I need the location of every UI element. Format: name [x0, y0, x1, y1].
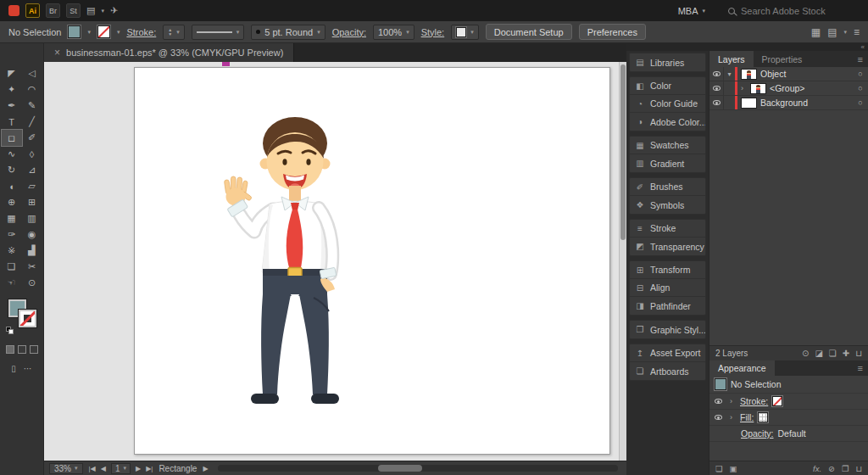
panel-menu-icon[interactable]: ≡	[853, 51, 868, 67]
first-artboard-button[interactable]: |◀	[89, 465, 96, 472]
add-new-fill-icon[interactable]: ▣	[730, 464, 737, 473]
gpu-performance-icon[interactable]: ✈	[110, 5, 118, 16]
magic-wand-tool[interactable]: ✦	[2, 81, 22, 98]
panel-button-swatches[interactable]: ▦ Swatches	[630, 137, 705, 154]
duplicate-item-icon[interactable]: ❐	[842, 464, 849, 473]
arrange-documents-icon[interactable]: ▦	[811, 26, 821, 38]
shaper-tool[interactable]: ∿	[2, 146, 22, 162]
stock-button[interactable]: St	[66, 3, 81, 18]
vertical-scrollbar-thumb[interactable]	[620, 64, 626, 240]
chevron-down-icon[interactable]: ▾	[87, 29, 91, 36]
stroke-link[interactable]: Stroke:	[740, 396, 768, 406]
screen-mode-button[interactable]: ▯	[11, 364, 16, 373]
zoom-level-select[interactable]: 33% ▾	[49, 463, 83, 474]
artboard-tool[interactable]: ❏	[2, 259, 22, 275]
stroke-swatch[interactable]	[19, 310, 36, 327]
width-tool[interactable]: ◖	[2, 178, 22, 194]
layout-icon[interactable]: ▤	[86, 5, 95, 16]
panel-button-artboards[interactable]: ❏ Artboards	[630, 362, 705, 380]
preferences-button[interactable]: Preferences	[579, 24, 646, 40]
rectangle-tool[interactable]: □	[2, 130, 22, 146]
appearance-opacity-row[interactable]: Opacity: Default	[709, 426, 868, 442]
group-disclosure[interactable]: ›	[737, 84, 747, 92]
chevron-down-icon[interactable]: ▾	[176, 29, 180, 36]
curvature-tool[interactable]: ✎	[22, 98, 42, 114]
stroke-color-swatch[interactable]	[97, 25, 110, 38]
pen-tool[interactable]: ✒	[2, 98, 22, 114]
panel-button-pathfinder[interactable]: ◨ Pathfinder	[630, 297, 705, 315]
lasso-tool[interactable]: ◠	[22, 81, 42, 98]
appearance-stroke-row[interactable]: › Stroke:	[709, 394, 868, 410]
edit-toolbar-button[interactable]: ⋯	[24, 364, 32, 373]
horizontal-scrollbar-thumb[interactable]	[378, 465, 422, 472]
tab-layers[interactable]: Layers	[709, 51, 754, 67]
row-disclosure[interactable]: ›	[726, 413, 736, 422]
visibility-toggle[interactable]	[709, 81, 724, 95]
add-effect-icon[interactable]: fx.	[813, 464, 821, 473]
layer-thumbnail[interactable]	[741, 98, 757, 109]
stroke-panel-link[interactable]: Stroke:	[126, 27, 156, 37]
stepper-down-icon[interactable]: ▼	[168, 32, 172, 36]
search-input[interactable]	[741, 6, 841, 16]
zoom-tool[interactable]: ⊙	[22, 275, 42, 291]
panel-button-stroke[interactable]: ≡ Stroke	[630, 220, 705, 238]
free-transform-tool[interactable]: ▱	[22, 178, 42, 194]
width-profile-select[interactable]: ▾	[192, 25, 245, 40]
layer-row-group[interactable]: › <Group> ○	[709, 81, 868, 96]
locate-object-icon[interactable]: ⊙	[802, 349, 809, 358]
collapse-dock-icon[interactable]: «	[861, 44, 865, 51]
style-panel-link[interactable]: Style:	[421, 27, 445, 37]
previous-artboard-button[interactable]: ◀	[101, 465, 106, 472]
scale-tool[interactable]: ⊿	[22, 162, 42, 178]
layer-disclosure[interactable]: ▾	[724, 70, 735, 78]
layer-name[interactable]: <Group>	[770, 83, 853, 93]
brush-definition-select[interactable]: 5 pt. Round ▾	[251, 25, 325, 40]
layer-thumbnail[interactable]	[750, 83, 766, 94]
make-clipping-mask-icon[interactable]: ◪	[815, 349, 822, 358]
next-artboard-button[interactable]: ▶	[136, 465, 141, 472]
panel-button-transform[interactable]: ⊞ Transform	[630, 261, 705, 279]
new-layer-icon[interactable]: ✚	[843, 349, 849, 358]
last-artboard-button[interactable]: ▶|	[146, 465, 153, 472]
fill-swatch[interactable]	[758, 412, 768, 422]
draw-normal-button[interactable]	[6, 345, 14, 354]
adobe-app-icon[interactable]	[8, 5, 19, 16]
control-panel-menu-icon[interactable]: ≡	[854, 26, 860, 38]
delete-item-icon[interactable]: ⊔	[856, 464, 862, 473]
panel-button-align[interactable]: ⊟ Align	[630, 279, 705, 297]
layer-row-background[interactable]: Background ○	[709, 96, 868, 110]
panel-button-libraries[interactable]: ▤ Libraries	[630, 53, 705, 71]
tab-appearance[interactable]: Appearance	[709, 360, 775, 376]
canvas[interactable]	[44, 62, 626, 461]
panel-button-graphic-styles[interactable]: ❐ Graphic Styl...	[630, 321, 705, 338]
eye-icon[interactable]	[715, 399, 722, 404]
rotate-tool[interactable]: ↻	[2, 162, 22, 178]
panel-button-symbols[interactable]: ❖ Symbols	[630, 196, 705, 214]
visibility-toggle[interactable]	[709, 96, 724, 109]
artboard-number-select[interactable]: 1 ▾	[111, 463, 131, 474]
panel-button-color[interactable]: ◧ Color	[630, 77, 705, 95]
paintbrush-tool[interactable]: ✐	[22, 130, 42, 146]
stroke-none-swatch[interactable]	[772, 396, 782, 406]
stroke-weight-stepper[interactable]: ▲ ▼ ▾	[163, 25, 184, 40]
appearance-fill-row[interactable]: › Fill:	[709, 410, 868, 426]
slice-tool[interactable]: ✂	[22, 259, 42, 275]
line-segment-tool[interactable]: ╱	[22, 114, 42, 130]
target-circle[interactable]: ○	[853, 84, 868, 92]
businessman-artwork[interactable]	[210, 113, 363, 414]
layer-thumbnail[interactable]	[741, 69, 757, 80]
tab-properties[interactable]: Properties	[754, 51, 811, 67]
panel-button-asset-export[interactable]: ↥ Asset Export	[630, 344, 705, 362]
direct-selection-tool[interactable]: ◁	[22, 65, 42, 81]
layer-name[interactable]: Object	[760, 69, 853, 79]
workspace-switcher-icon[interactable]: ▤	[827, 26, 837, 38]
visibility-toggle[interactable]	[709, 67, 724, 81]
style-select[interactable]: ▾	[451, 25, 479, 40]
draw-behind-button[interactable]	[18, 345, 26, 354]
delete-layer-icon[interactable]: ⊔	[855, 349, 862, 358]
eye-icon[interactable]	[715, 415, 722, 420]
type-tool[interactable]: T	[2, 114, 22, 130]
layer-name[interactable]: Background	[760, 98, 853, 108]
target-circle[interactable]: ○	[853, 70, 868, 78]
selection-tool[interactable]: ◤	[2, 65, 22, 81]
